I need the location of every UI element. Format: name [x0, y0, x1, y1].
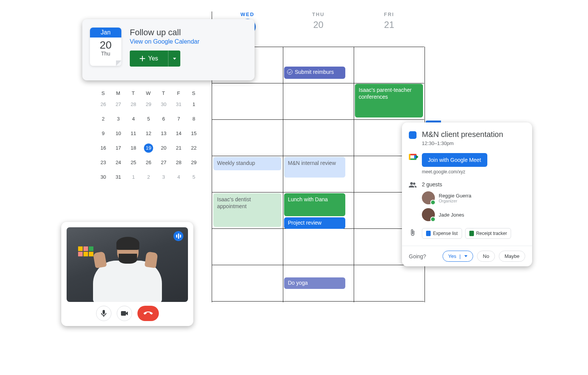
mini-month-day[interactable]: 1 [126, 173, 141, 182]
guest-row[interactable]: Reggie GuerraOrganizer [422, 191, 525, 204]
rsvp-yes[interactable]: Yes| [443, 251, 474, 262]
mini-month-day[interactable]: 3 [156, 173, 171, 182]
event-lunch[interactable]: Lunch with Dana [284, 193, 345, 216]
join-meet-button[interactable]: Join with Google Meet [422, 153, 487, 167]
going-label: Going? [409, 253, 426, 259]
day-column-thu[interactable]: THU 20 [283, 11, 354, 47]
day-number: 20 [283, 20, 354, 30]
rsvp-dropdown-button[interactable] [168, 51, 180, 67]
mini-month-day[interactable]: 30 [96, 173, 111, 182]
mic-button[interactable] [96, 306, 111, 321]
sparkle-icon [140, 56, 145, 61]
doc-icon [426, 231, 431, 236]
mini-month-day[interactable]: 29 [186, 158, 201, 167]
mini-month-dow: W [141, 90, 156, 96]
mini-month-day[interactable]: 25 [126, 158, 141, 167]
mini-month-day[interactable]: 26 [96, 100, 111, 109]
meet-controls [67, 306, 188, 321]
followup-title: Follow up call [130, 28, 247, 38]
mini-month-day[interactable]: 4 [171, 173, 186, 182]
mini-month-day[interactable]: 4 [126, 114, 141, 124]
mini-month-day[interactable]: 5 [141, 114, 156, 124]
event-parent-teacher[interactable]: Isaac's parent-teacher conferences [355, 84, 423, 117]
avatar [422, 191, 435, 204]
mini-month-day[interactable]: 28 [171, 158, 186, 167]
guest-name: Jade Jones [439, 212, 464, 218]
mini-month-day[interactable]: 23 [96, 158, 111, 167]
mini-month-day[interactable]: 1 [186, 100, 201, 109]
mini-month-day[interactable]: 28 [126, 100, 141, 109]
mini-month-day[interactable]: 18 [126, 143, 141, 153]
guest-role: Organizer [439, 199, 471, 203]
rsvp-yes-button[interactable]: Yes [130, 51, 180, 67]
attachment-chip[interactable]: Receipt tracker [465, 228, 511, 239]
mini-month-day[interactable]: 31 [171, 100, 186, 109]
camera-button[interactable] [117, 306, 132, 321]
mini-month-day[interactable]: 22 [186, 143, 201, 153]
mini-month-day[interactable]: 7 [171, 114, 186, 124]
event-dentist[interactable]: Isaac's dentist appointment [213, 193, 281, 227]
mini-month-day[interactable]: 14 [171, 129, 186, 138]
date-day-number: 20 [100, 39, 111, 51]
mini-month-day[interactable]: 31 [111, 173, 126, 182]
mini-month-day[interactable]: 19 [141, 143, 156, 153]
mini-month-day[interactable]: 6 [156, 114, 171, 124]
mini-month-day[interactable]: 5 [186, 173, 201, 182]
mini-month-day[interactable]: 2 [96, 114, 111, 124]
accepted-icon [430, 200, 436, 205]
event-submit-reimbursement[interactable]: Submit reimburs [284, 67, 345, 79]
mini-month-day[interactable]: 24 [111, 158, 126, 167]
mini-month-dow: T [156, 90, 171, 96]
mini-month-day[interactable]: 15 [186, 129, 201, 138]
event-title: Submit reimburs [295, 69, 334, 75]
avatar [422, 208, 435, 221]
rsvp-no[interactable]: No [477, 251, 495, 262]
mini-month-day[interactable]: 26 [141, 158, 156, 167]
mini-month-day[interactable]: 27 [111, 100, 126, 109]
event-project-review[interactable]: Project review [284, 217, 345, 229]
mini-month-day[interactable]: 21 [171, 143, 186, 153]
mini-month-day[interactable]: 27 [156, 158, 171, 167]
guest-row[interactable]: Jade Jones [422, 208, 525, 221]
chevron-down-icon[interactable] [464, 255, 467, 257]
rsvp-maybe[interactable]: Maybe [499, 251, 525, 262]
mini-month-day[interactable]: 11 [126, 129, 141, 138]
day-of-week-label: THU [283, 11, 354, 17]
doc-icon [469, 231, 474, 236]
mini-month-dow: M [111, 90, 126, 96]
accepted-icon [430, 217, 436, 222]
week-body: Submit reimburs Isaac's parent-teacher c… [212, 47, 424, 302]
event-yoga[interactable]: Do yoga [284, 277, 345, 289]
date-month: Jan [90, 28, 121, 38]
mini-month-day[interactable]: 2 [141, 173, 156, 182]
audio-activity-icon [173, 231, 183, 241]
day-column-fri[interactable]: FRI 21 [354, 11, 425, 47]
mini-month-day[interactable]: 8 [186, 114, 201, 124]
date-day-name: Thu [101, 51, 110, 57]
google-meet-icon [409, 154, 416, 160]
end-call-button[interactable] [137, 306, 159, 321]
mini-month-day[interactable]: 13 [156, 129, 171, 138]
mini-month-day[interactable]: 12 [141, 129, 156, 138]
event-detail-card: M&N client presentation 12:30–1:30pm Joi… [402, 122, 532, 266]
mini-month-dow: S [186, 90, 201, 96]
event-detail-title: M&N client presentation [422, 130, 503, 139]
event-title: M&N internal review [288, 160, 336, 166]
mini-month-day[interactable]: 30 [156, 100, 171, 109]
event-title: Lunch with Dana [288, 196, 328, 202]
mini-month-day[interactable]: 9 [96, 129, 111, 138]
event-detail-time: 12:30–1:30pm [422, 140, 503, 146]
mini-month-day[interactable]: 16 [96, 143, 111, 153]
event-title: Do yoga [288, 280, 308, 286]
mini-month-day[interactable]: 17 [111, 143, 126, 153]
mini-month-day[interactable]: 10 [111, 129, 126, 138]
mini-month-day[interactable]: 3 [111, 114, 126, 124]
attachment-icon [409, 229, 416, 236]
event-internal-review[interactable]: M&N internal review [284, 157, 345, 178]
date-chip: Jan 20 Thu [90, 28, 121, 66]
mini-month-day[interactable]: 20 [156, 143, 171, 153]
mini-month-day[interactable]: 29 [141, 100, 156, 109]
view-on-calendar-link[interactable]: View on Google Calendar [130, 38, 247, 45]
event-weekly-standup[interactable]: Weekly standup [213, 157, 281, 170]
attachment-chip[interactable]: Expense list [422, 228, 462, 239]
